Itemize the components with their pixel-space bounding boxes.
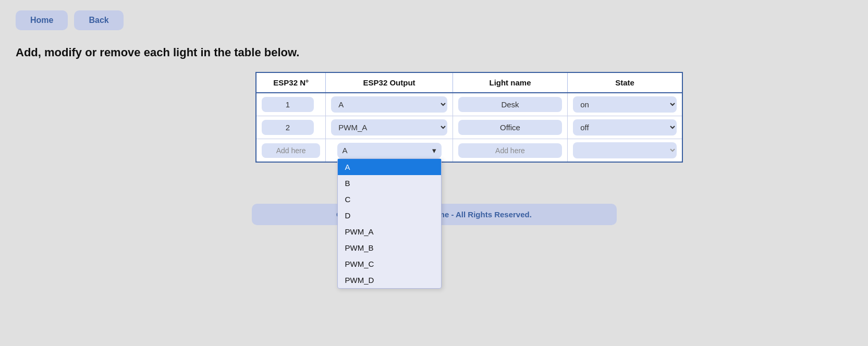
col-header-state: State [568,72,682,93]
table-row: 1 A B C D PWM_A PWM_B PWM_C PWM_D [256,93,682,116]
add-row: A ▾ A B C D PWM_A PWM_B PWM_C PWM_D [256,139,682,163]
add-row-name-cell [453,139,567,163]
add-row-output-cell: A ▾ A B C D PWM_A PWM_B PWM_C PWM_D [326,139,453,163]
dropdown-option-b[interactable]: B [338,175,441,191]
page-title: Add, modify or remove each light in the … [16,46,852,59]
row1-name-cell [453,93,567,116]
lights-table: ESP32 N° ESP32 Output Light name State 1… [255,72,683,163]
row2-state-select[interactable]: on off [573,119,677,135]
col-header-light-name: Light name [453,72,567,93]
row1-output-cell: A B C D PWM_A PWM_B PWM_C PWM_D [326,93,453,116]
table-row: 2 A B C D PWM_A PWM_B PWM_C PWM_D [256,116,682,139]
table-wrapper: ESP32 N° ESP32 Output Light name State 1… [255,72,683,163]
back-button[interactable]: Back [74,10,123,30]
add-row-state-cell: on off [568,139,682,163]
dropdown-option-pwmc[interactable]: PWM_C [338,256,441,272]
dropdown-option-c[interactable]: C [338,191,441,207]
nav-buttons: Home Back [16,10,852,30]
col-header-esp32-output: ESP32 Output [326,72,453,93]
row2-num-value: 2 [262,120,314,135]
dropdown-selected-value: A [343,146,348,155]
add-row-name-input[interactable] [458,143,562,158]
dropdown-option-pwma[interactable]: PWM_A [338,224,441,240]
col-header-esp32-num: ESP32 N° [256,72,326,93]
row1-name-input[interactable] [458,97,562,112]
dropdown-list: A B C D PWM_A PWM_B PWM_C PWM_D [337,158,442,289]
row1-state-select[interactable]: on off [573,96,677,113]
add-row-num-cell [256,139,326,163]
home-button[interactable]: Home [16,10,68,30]
row2-output-cell: A B C D PWM_A PWM_B PWM_C PWM_D [326,116,453,139]
dropdown-option-pwmb[interactable]: PWM_B [338,240,441,256]
row2-state-cell: on off [568,116,682,139]
add-row-output-dropdown: A ▾ A B C D PWM_A PWM_B PWM_C PWM_D [337,143,442,158]
dropdown-option-d[interactable]: D [338,207,441,224]
row1-state-cell: on off [568,93,682,116]
row2-output-select[interactable]: A B C D PWM_A PWM_B PWM_C PWM_D [331,119,447,135]
add-row-state-select[interactable]: on off [573,142,677,158]
chevron-down-icon: ▾ [432,146,436,155]
row1-output-select[interactable]: A B C D PWM_A PWM_B PWM_C PWM_D [331,96,447,113]
row2-name-input[interactable] [458,120,562,135]
add-row-output-btn[interactable]: A ▾ [337,143,442,158]
row1-num-value: 1 [262,97,314,112]
row2-name-cell [453,116,567,139]
dropdown-option-a[interactable]: A [338,159,441,175]
dropdown-option-pwmd[interactable]: PWM_D [338,272,441,288]
row1-num-cell: 1 [256,93,326,116]
add-row-num-input[interactable] [262,143,320,158]
row2-num-cell: 2 [256,116,326,139]
